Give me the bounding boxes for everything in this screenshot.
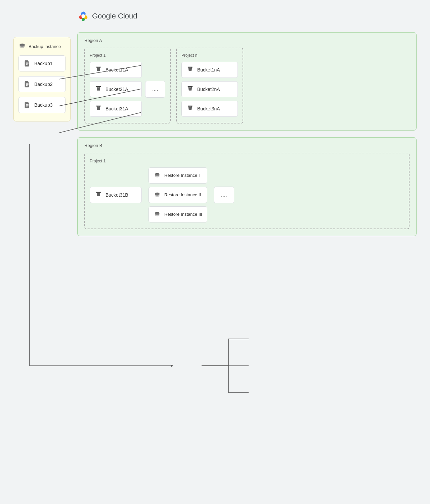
- bucket-icon-2na: [186, 86, 194, 93]
- bucket3na-label: Bucket3nA: [197, 106, 220, 111]
- backup1-label: Backup1: [34, 61, 52, 66]
- bucket-icon-3na: [186, 105, 194, 112]
- bucket1na-label: Bucket1nA: [197, 67, 220, 72]
- bucket2na-label: Bucket2nA: [197, 87, 220, 92]
- region-b-inner: Bucket31B Restore Instance I: [90, 167, 404, 222]
- region-a-box: Region A Project 1: [77, 32, 417, 131]
- document-icon-backup1: [24, 60, 31, 67]
- bucket21a-item: Bucket21A: [90, 81, 142, 97]
- bucket21a-label: Bucket21A: [105, 87, 128, 92]
- svg-rect-24: [189, 87, 191, 88]
- svg-rect-18: [97, 87, 99, 88]
- bucket11a-item: Bucket11A: [90, 62, 142, 78]
- svg-point-14: [81, 14, 85, 18]
- restore-instance-ii-label: Restore Instance II: [164, 192, 201, 198]
- svg-rect-28: [97, 193, 99, 193]
- bucket31a-item: Bucket31A: [90, 101, 142, 117]
- google-cloud-logo-icon: [77, 10, 89, 22]
- svg-rect-22: [189, 68, 191, 68]
- region-b-box: Region B Project 1 Bucket31B: [77, 137, 417, 236]
- restore-instance-ii-item: Restore Instance II: [148, 187, 207, 203]
- db-icon-restore-iii: [154, 211, 161, 218]
- region-a-label: Region A: [84, 38, 410, 43]
- backup2-item: Backup2: [18, 76, 66, 92]
- svg-marker-37: [171, 364, 173, 367]
- bucket1na-item: Bucket1nA: [181, 62, 238, 78]
- region-a-project1-label: Project 1: [90, 53, 165, 58]
- gc-title: Google Cloud: [92, 12, 137, 20]
- svg-point-13: [82, 18, 85, 21]
- region-b-label: Region B: [84, 143, 410, 148]
- bucket-icon-11a: [95, 66, 102, 73]
- document-icon-backup3: [24, 101, 31, 109]
- db-icon-restore-i: [154, 172, 161, 179]
- region-a-projects-row: Project 1 Bucket11A: [84, 48, 410, 123]
- restore-instance-i-label: Restore Instance I: [164, 173, 200, 179]
- region-a-project1-box: Project 1 Bucket11A: [84, 48, 171, 123]
- right-area: Google Cloud Region A Project 1: [71, 10, 417, 236]
- backup-panel-header: Backup Instance: [18, 43, 66, 50]
- backup2-label: Backup2: [34, 82, 52, 87]
- project1-inner: Bucket11A Bucket21A: [90, 62, 165, 117]
- backup3-item: Backup3: [18, 97, 66, 113]
- db-icon-restore-ii: [154, 191, 161, 199]
- project1-ellipsis: ....: [145, 81, 165, 98]
- bucket31b-item: Bucket31B: [90, 187, 142, 203]
- region-b-project1-label: Project 1: [90, 159, 404, 163]
- svg-rect-23: [188, 86, 193, 87]
- svg-rect-25: [188, 106, 193, 106]
- backup-db-icon: [18, 43, 26, 50]
- svg-rect-20: [97, 107, 99, 107]
- main-container: Backup Instance Backup1 Backup2: [13, 10, 417, 236]
- bucket31b-label: Bucket31B: [105, 192, 128, 198]
- region-a-projectn-box: Project n Bucket1nA: [176, 48, 243, 123]
- bucket31a-label: Bucket31A: [105, 106, 128, 111]
- bucket2na-item: Bucket2nA: [181, 81, 238, 97]
- svg-rect-15: [96, 67, 101, 67]
- document-icon-backup2: [24, 81, 31, 88]
- svg-rect-16: [97, 68, 99, 68]
- region-a-projectn-label: Project n: [181, 53, 238, 58]
- bucket-icon-1na: [186, 66, 194, 73]
- bucket-icon-31b: [95, 191, 102, 199]
- restore-instance-iii-item: Restore Instance III: [148, 206, 207, 222]
- svg-rect-27: [96, 192, 101, 193]
- backup-panel-title: Backup Instance: [29, 44, 61, 49]
- restore-instances-column: Restore Instance I Restore Instance II: [148, 167, 207, 222]
- restore-ellipsis: ....: [214, 187, 234, 203]
- backup1-item: Backup1: [18, 55, 66, 71]
- svg-rect-26: [189, 107, 191, 107]
- bucket11a-label: Bucket11A: [105, 67, 128, 72]
- gc-header: Google Cloud: [77, 10, 417, 22]
- project1-buckets: Bucket11A Bucket21A: [90, 62, 142, 117]
- backup-panel: Backup Instance Backup1 Backup2: [13, 37, 71, 121]
- svg-rect-19: [96, 106, 101, 106]
- bucket-icon-31a: [95, 105, 102, 112]
- region-b-project1-box: Project 1 Bucket31B: [84, 153, 410, 229]
- svg-rect-17: [96, 86, 101, 87]
- bucket3na-item: Bucket3nA: [181, 101, 238, 117]
- bucket-icon-21a: [95, 86, 102, 93]
- restore-instance-i-item: Restore Instance I: [148, 167, 207, 184]
- restore-instance-iii-label: Restore Instance III: [164, 212, 202, 217]
- svg-rect-21: [188, 67, 193, 67]
- backup3-label: Backup3: [34, 102, 52, 108]
